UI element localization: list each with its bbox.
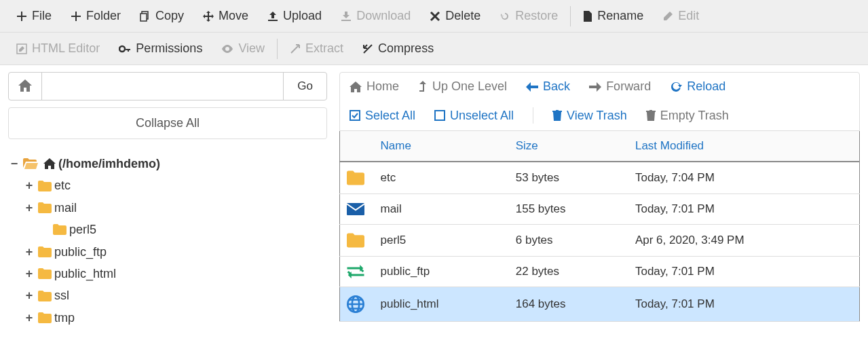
tree-item[interactable]: +mail — [23, 197, 327, 219]
ftp-icon — [347, 265, 367, 278]
folder-button[interactable]: Folder — [61, 3, 130, 29]
svg-rect-1 — [140, 14, 147, 21]
expand-toggle[interactable]: + — [23, 284, 35, 306]
html-editor-button: HTML Editor — [7, 36, 109, 61]
nav-forward[interactable]: Forward — [589, 79, 651, 94]
cell-name: perl5 — [374, 225, 509, 257]
expand-toggle[interactable]: + — [23, 197, 35, 219]
permissions-button[interactable]: Permissions — [109, 36, 212, 61]
nav-home[interactable]: Home — [350, 79, 399, 94]
toolbar-separator — [570, 6, 571, 26]
trash-icon — [646, 110, 656, 121]
compress-button[interactable]: Compress — [353, 36, 443, 61]
expand-toggle[interactable]: + — [23, 263, 35, 284]
copy-icon — [140, 11, 151, 22]
empty-trash-button[interactable]: Empty Trash — [646, 109, 729, 123]
col-size[interactable]: Size — [509, 131, 628, 162]
cell-size: 155 bytes — [509, 194, 628, 225]
plus-icon — [71, 11, 81, 22]
collapse-toggle[interactable]: − — [8, 153, 20, 174]
folder-icon — [38, 291, 52, 301]
cell-modified: Today, 7:04 PM — [628, 162, 860, 194]
cell-size: 6 bytes — [509, 225, 628, 257]
svg-point-3 — [119, 46, 125, 52]
collapse-all-button[interactable]: Collapse All — [8, 107, 327, 139]
upload-button[interactable]: Upload — [258, 3, 331, 29]
trash-icon — [552, 110, 562, 121]
file-button[interactable]: File — [7, 3, 61, 29]
toolbar-secondary: HTML Editor Permissions View Extract Com… — [0, 33, 868, 65]
cell-size: 53 bytes — [509, 162, 628, 194]
row-icon — [340, 162, 374, 194]
view-button: View — [212, 36, 274, 61]
pencil-icon — [662, 11, 673, 22]
tree-item-label: tmp — [54, 307, 75, 329]
nav-back[interactable]: Back — [526, 79, 570, 94]
nav-actions: Home Up One Level Back Forward Reload Se… — [339, 72, 860, 131]
tree-item[interactable]: perl5 — [23, 219, 327, 240]
folder-icon — [38, 202, 52, 213]
cell-modified: Today, 7:01 PM — [628, 257, 860, 287]
arrow-right-icon — [589, 82, 601, 92]
rename-button[interactable]: Rename — [573, 3, 653, 29]
mail-icon — [347, 202, 367, 216]
go-button[interactable]: Go — [283, 73, 326, 100]
folder-icon — [53, 224, 67, 235]
nav-up[interactable]: Up One Level — [418, 79, 507, 94]
tree-item[interactable]: +public_html — [23, 263, 327, 284]
restore-button: Restore — [490, 3, 567, 29]
home-icon — [43, 158, 56, 169]
row-icon — [340, 194, 374, 225]
delete-button[interactable]: Delete — [420, 3, 490, 29]
nav-reload[interactable]: Reload — [670, 79, 725, 94]
compress-icon — [362, 43, 373, 54]
unselect-all-button[interactable]: Unselect All — [434, 109, 514, 123]
select-all-button[interactable]: Select All — [350, 109, 415, 123]
table-row[interactable]: public_ftp22 bytesToday, 7:01 PM — [340, 257, 860, 287]
globe-icon — [347, 295, 367, 313]
eye-icon — [221, 45, 233, 53]
folder-tree: − (/home/imhdemo) +etc+mail perl5+public… — [8, 153, 327, 329]
home-button[interactable] — [9, 73, 42, 100]
move-button[interactable]: Move — [193, 3, 258, 29]
file-table: Name Size Last Modified etc53 bytesToday… — [339, 131, 860, 322]
tree-root-label: (/home/imhdemo) — [58, 153, 160, 174]
expand-toggle[interactable]: + — [23, 307, 35, 329]
folder-icon — [38, 181, 52, 191]
table-row[interactable]: public_html164 bytesToday, 7:01 PM — [340, 287, 860, 322]
nav-separator — [533, 107, 533, 124]
edit-square-icon — [16, 43, 27, 54]
cell-modified: Today, 7:01 PM — [628, 194, 860, 225]
expand-toggle[interactable]: + — [23, 174, 35, 196]
tree-item[interactable]: +ssl — [23, 284, 327, 306]
path-input[interactable] — [42, 73, 283, 100]
table-row[interactable]: etc53 bytesToday, 7:04 PM — [340, 162, 860, 194]
expand-toggle[interactable]: + — [23, 241, 35, 263]
col-name[interactable]: Name — [374, 131, 509, 162]
x-icon — [430, 11, 440, 22]
folder-icon — [38, 246, 52, 257]
col-modified[interactable]: Last Modified — [628, 131, 860, 162]
folder-icon — [38, 268, 52, 279]
plus-icon — [16, 11, 27, 22]
tree-item[interactable]: +public_ftp — [23, 241, 327, 263]
tree-item[interactable]: +etc — [23, 174, 327, 196]
col-icon — [340, 131, 374, 162]
view-trash-button[interactable]: View Trash — [552, 109, 627, 123]
table-row[interactable]: perl56 bytesApr 6, 2020, 3:49 PM — [340, 225, 860, 257]
tree-item-label: etc — [54, 174, 71, 196]
table-row[interactable]: mail155 bytesToday, 7:01 PM — [340, 194, 860, 225]
key-icon — [119, 43, 131, 54]
tree-item[interactable]: +tmp — [23, 307, 327, 329]
expand-icon — [290, 43, 301, 54]
svg-rect-4 — [350, 111, 360, 120]
folder-icon — [347, 170, 367, 185]
svg-rect-6 — [347, 203, 364, 215]
tree-item-label: perl5 — [69, 219, 96, 240]
expand-toggle[interactable] — [38, 219, 50, 240]
row-icon — [340, 287, 374, 322]
extract-button: Extract — [280, 36, 353, 61]
copy-button[interactable]: Copy — [130, 3, 193, 29]
toolbar-primary: File Folder Copy Move Upload Download De… — [0, 0, 868, 33]
tree-root[interactable]: − (/home/imhdemo) — [8, 153, 327, 174]
